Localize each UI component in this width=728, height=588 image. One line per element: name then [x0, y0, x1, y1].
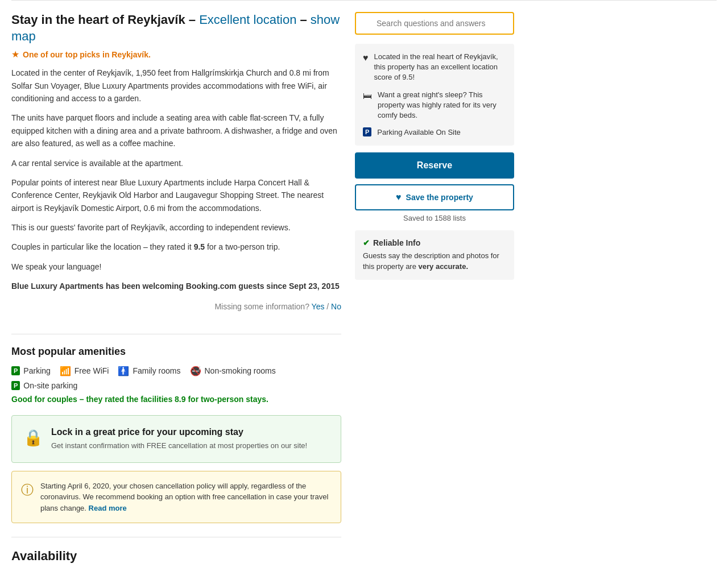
highlight-parking: P Parking Available On Site: [363, 127, 506, 138]
amenity-family-label: Family rooms: [133, 366, 180, 375]
amenity-nosmoking: 🚭 Non-smoking rooms: [190, 366, 276, 376]
welcoming-text: Blue Luxury Apartments has been welcomin…: [11, 280, 341, 292]
saved-count: Saved to 1588 lists: [355, 214, 514, 222]
corona-box: ⓘ Starting April 6, 2020, your chosen ca…: [11, 471, 341, 524]
missing-info-no[interactable]: No: [331, 302, 341, 311]
info-icon: ⓘ: [21, 482, 34, 499]
top-pick-badge: ★ One of our top picks in Reykjavík.: [11, 49, 341, 60]
property-title: Stay in the heart of Reykjavík – Excelle…: [11, 12, 341, 44]
availability-title: Availability: [11, 537, 341, 564]
wifi-icon: 📶: [60, 366, 71, 376]
lock-price-title: Lock in a great price for your upcoming …: [51, 427, 307, 437]
search-input[interactable]: [355, 12, 514, 35]
description-para3: A car rental service is available at the…: [11, 157, 341, 169]
amenities-row-2: P On-site parking: [11, 381, 341, 390]
description-para7: We speak your language!: [11, 260, 341, 273]
star-icon: ★: [11, 49, 19, 60]
lock-icon: 🔒: [23, 428, 43, 447]
right-sidebar: 🔍 ♥ Located in the real heart of Reykjav…: [355, 12, 514, 564]
top-pick-text: One of our top picks in Reykjavík.: [23, 50, 151, 59]
parking-badge-icon: P: [11, 366, 20, 375]
save-heart-icon: ♥: [396, 192, 402, 202]
nosmoking-icon: 🚭: [190, 366, 201, 376]
highlight-beds: 🛏 Want a great night's sleep? This prope…: [363, 90, 506, 121]
heart-icon: ♥: [363, 53, 369, 63]
amenity-onsite-parking: P On-site parking: [11, 381, 77, 390]
description-para1: Located in the center of Reykjavík, 1,95…: [11, 67, 341, 105]
rating-value: 9.5: [194, 242, 205, 251]
excellent-location-link[interactable]: Excellent location: [199, 13, 296, 27]
amenity-parking-label: Parking: [23, 366, 50, 375]
reliable-info-text: Guests say the description and photos fo…: [363, 251, 506, 271]
checkmark-icon: ✔: [363, 238, 370, 247]
missing-info-yes[interactable]: Yes: [312, 302, 325, 311]
couples-rating: Good for couples – they rated the facili…: [11, 395, 341, 404]
highlight-parking-text: Parking Available On Site: [377, 127, 460, 138]
reliable-info-title: ✔ Reliable Info: [363, 238, 506, 247]
onsite-parking-badge-icon: P: [11, 381, 20, 390]
reliable-info-box: ✔ Reliable Info Guests say the descripti…: [355, 230, 514, 279]
highlights-box: ♥ Located in the real heart of Reykjavík…: [355, 44, 514, 146]
description-para4: Popular points of interest near Blue Lux…: [11, 176, 341, 214]
amenity-nosmoking-label: Non-smoking rooms: [205, 366, 276, 375]
amenities-section: Most popular amenities P Parking 📶 Free …: [11, 334, 341, 404]
parking-icon: P: [363, 127, 371, 136]
missing-info: Missing some information? Yes / No: [11, 302, 341, 311]
family-icon: 🚹: [118, 366, 129, 376]
description-para6: Couples in particular like the location …: [11, 241, 341, 253]
amenity-parking: P Parking: [11, 366, 51, 375]
search-wrapper: 🔍: [355, 12, 514, 35]
highlight-beds-text: Want a great night's sleep? This propert…: [378, 90, 506, 121]
lock-price-box: 🔒 Lock in a great price for your upcomin…: [11, 415, 341, 463]
amenity-wifi-label: Free WiFi: [75, 366, 109, 375]
description-para2: The units have parquet floors and includ…: [11, 111, 341, 150]
amenity-family: 🚹 Family rooms: [118, 366, 180, 376]
description-para5: This is our guests' favorite part of Rey…: [11, 221, 341, 234]
amenities-title: Most popular amenities: [11, 346, 341, 358]
save-property-label: Save the property: [406, 193, 473, 202]
amenity-wifi: 📶 Free WiFi: [60, 366, 109, 376]
lock-price-text: Get instant confirmation with FREE cance…: [51, 441, 307, 451]
corona-text: Starting April 6, 2020, your chosen canc…: [40, 481, 332, 514]
bed-icon: 🛏: [363, 91, 372, 101]
amenity-onsite-parking-label: On-site parking: [23, 381, 77, 390]
save-property-button[interactable]: ♥ Save the property: [355, 184, 514, 210]
reserve-button[interactable]: Reserve: [355, 152, 514, 179]
amenities-row-1: P Parking 📶 Free WiFi 🚹 Family rooms 🚭 N…: [11, 366, 341, 376]
highlight-location-text: Located in the real heart of Reykjavík, …: [374, 52, 507, 83]
highlight-location: ♥ Located in the real heart of Reykjavík…: [363, 52, 506, 83]
read-more-link[interactable]: Read more: [89, 504, 127, 512]
